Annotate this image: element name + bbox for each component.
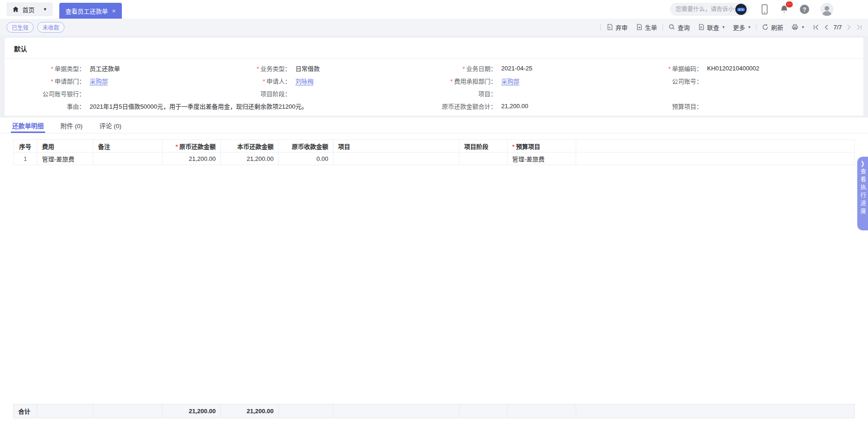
assistant-robot-icon[interactable]: [735, 4, 747, 15]
doc-tab-label: 查看员工还款单: [65, 7, 108, 15]
page-indicator: 7/7: [833, 24, 842, 31]
col-orig-received: 原币收款金额: [279, 140, 333, 153]
form-grid: *单据类型： 员工还款单 *业务类型： 日常借款 *业务日期： 2021-04-…: [14, 59, 854, 112]
tab-repayment-detail[interactable]: 还款单明细: [12, 118, 44, 133]
totals-orig-amount: 21,200.00: [162, 404, 221, 418]
print-button[interactable]: ▾: [787, 24, 808, 30]
totals-local-amount: 21,200.00: [221, 404, 279, 418]
refresh-icon: [762, 24, 769, 30]
help-icon[interactable]: ?: [800, 5, 809, 14]
close-icon[interactable]: ×: [112, 7, 116, 14]
field-value-reason: 2021年1月5日借款50000元，用于一季度出差备用金，现归还剩余款项2120…: [90, 102, 308, 111]
required-mark: *: [450, 78, 452, 85]
cell-note: [93, 153, 162, 165]
detail-tabs: 还款单明细 附件 (0) 评论 (0): [0, 118, 868, 133]
field-company-bank: 公司账号银行：: [14, 87, 220, 100]
cell-expense: 管理-差旅费: [37, 153, 93, 165]
mobile-phone-icon[interactable]: [761, 4, 769, 15]
cell-orig-amount: 21,200.00: [162, 153, 221, 165]
document-arrow-icon: [636, 24, 642, 30]
field-value-doc-code: KH0120210400002: [707, 65, 759, 72]
home-tab-label: 首页: [22, 5, 35, 14]
printer-icon: [791, 24, 798, 30]
field-doc-code: *单据编码： KH0120210400002: [631, 62, 854, 75]
toolbar: 弃审 生单 查询 联查 ▾ 更多 ▾: [599, 23, 864, 32]
search-icon: [669, 24, 675, 30]
form-card-wrapper: 默认 *单据类型： 员工还款单 *业务类型： 日常借款 *业务日期： 2021-…: [0, 35, 868, 118]
field-orig-total: 原币还款金额合计： 21,200.00: [426, 100, 632, 112]
abandon-audit-button[interactable]: 弃审: [602, 23, 632, 32]
action-bar: 已生效 未收款 弃审 生单 查询 联查 ▾: [0, 19, 868, 35]
toolbar-divider: [756, 24, 756, 30]
col-project: 项目: [333, 140, 459, 153]
col-expense: 费用: [37, 140, 93, 153]
table-header-row: 序号 费用 备注 *原币还款金额 本币还款金额 原币收款金额 项目 项目阶段 *…: [14, 140, 855, 153]
cell-local-amount: 21,200.00: [221, 153, 279, 165]
more-button[interactable]: 更多 ▾: [729, 23, 755, 32]
chevron-right-icon: ❯: [861, 160, 864, 166]
required-mark: *: [512, 143, 515, 150]
field-value-orig-total: 21,200.00: [501, 103, 529, 110]
field-applicant: *申请人： 刘咏梅: [220, 75, 426, 87]
tab-view-employee-repayment[interactable]: 查看员工还款单 ×: [59, 3, 122, 19]
table-empty-area: [13, 165, 855, 404]
required-mark: *: [51, 78, 53, 85]
generate-doc-button[interactable]: 生单: [632, 23, 661, 32]
required-mark: *: [257, 65, 259, 72]
home-tab[interactable]: 首页 ▼: [7, 2, 53, 16]
tab-comments[interactable]: 评论 (0): [99, 118, 121, 133]
col-orig-amount: *原币还款金额: [162, 140, 221, 153]
table-row[interactable]: 1 管理-差旅费 21,200.00 21,200.00 0.00 管理-差旅费: [14, 153, 855, 165]
first-page-button[interactable]: [813, 24, 819, 30]
notification-badge: ⋯: [786, 1, 793, 7]
status-badge-effective: 已生效: [7, 22, 34, 33]
field-biz-type: *业务类型： 日常借款: [220, 62, 426, 75]
detail-table: 序号 费用 备注 *原币还款金额 本币还款金额 原币收款金额 项目 项目阶段 *…: [13, 139, 855, 165]
view-execution-progress-tab[interactable]: ❯ 查看执行进度: [857, 157, 868, 230]
toolbar-divider: [663, 24, 663, 30]
assistant-search[interactable]: [670, 3, 749, 16]
user-avatar[interactable]: [820, 3, 833, 16]
document-lines-icon: [698, 24, 705, 30]
required-mark: *: [176, 143, 178, 150]
chevron-down-icon: ▾: [748, 25, 751, 29]
field-budget-item: 预算项目：: [631, 100, 854, 112]
top-bar: 首页 ▼ 查看员工还款单 × ⋯ ?: [0, 0, 868, 19]
refresh-button[interactable]: 刷新: [758, 23, 787, 32]
applicant-link[interactable]: 刘咏梅: [296, 76, 314, 85]
required-mark: *: [462, 65, 465, 72]
totals-orig-received: [279, 404, 333, 418]
required-mark: *: [51, 65, 53, 72]
home-icon: [12, 6, 19, 13]
search-input[interactable]: [676, 6, 735, 13]
pagination: 7/7: [813, 24, 864, 31]
required-mark: *: [668, 65, 670, 72]
notification-bell-icon[interactable]: ⋯: [780, 5, 789, 14]
detail-section: 还款单明细 附件 (0) 评论 (0) 序号 费用 备注 *原币还款金额 本币还…: [0, 118, 868, 423]
next-page-button[interactable]: [847, 24, 851, 30]
prev-page-button[interactable]: [824, 24, 828, 30]
cell-budget-item: 管理-差旅费: [508, 153, 576, 165]
field-project: 项目：: [426, 87, 632, 100]
chevron-down-icon: ▾: [802, 25, 804, 29]
query-button[interactable]: 查询: [664, 23, 694, 32]
totals-label: 合计: [14, 404, 37, 418]
cell-orig-received: 0.00: [279, 153, 333, 165]
col-extra: [576, 140, 855, 153]
field-biz-date: *业务日期： 2021-04-25: [426, 62, 632, 75]
topbar-right-group: ⋯ ?: [670, 3, 863, 16]
field-expense-dept: *费用承担部门： 采购部: [426, 75, 632, 87]
linked-query-button[interactable]: 联查 ▾: [694, 23, 729, 32]
cell-extra: [576, 153, 855, 165]
form-card: 默认 *单据类型： 员工还款单 *业务类型： 日常借款 *业务日期： 2021-…: [5, 38, 863, 116]
chevron-down-icon[interactable]: ▼: [43, 7, 47, 12]
col-note: 备注: [93, 140, 162, 153]
field-empty: [631, 87, 854, 100]
side-tab-label: 查看执行进度: [860, 168, 866, 216]
apply-dept-link[interactable]: 采购部: [90, 76, 108, 85]
tab-attachments[interactable]: 附件 (0): [61, 118, 83, 133]
last-page-button[interactable]: [856, 24, 862, 30]
cell-project: [333, 153, 459, 165]
chevron-down-icon: ▾: [722, 25, 725, 29]
expense-dept-link[interactable]: 采购部: [501, 76, 520, 85]
